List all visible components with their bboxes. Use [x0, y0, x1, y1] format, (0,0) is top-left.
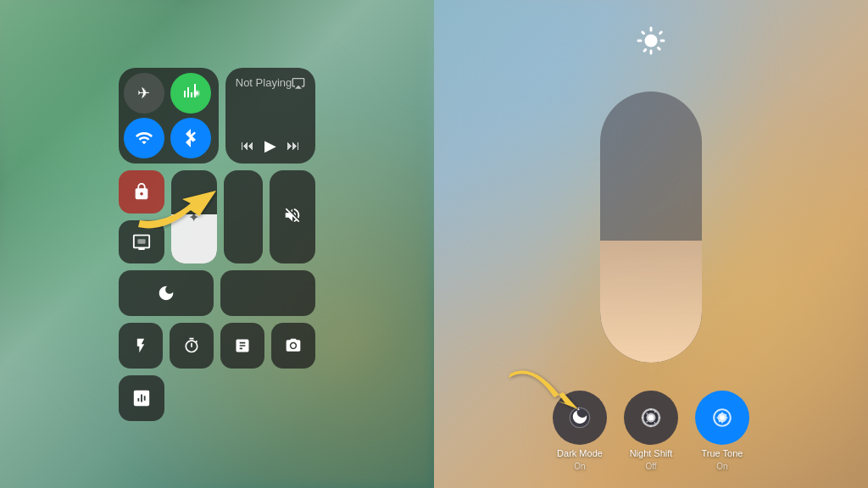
brightness-pill-fill: [600, 241, 702, 363]
media-status: Not Playing: [236, 76, 292, 89]
timer-button[interactable]: [170, 323, 214, 369]
camera-button[interactable]: [271, 323, 315, 369]
play-button[interactable]: ▶: [264, 136, 276, 155]
nfc-button[interactable]: [119, 375, 164, 421]
true-tone-label: True Tone: [702, 448, 743, 458]
left-panel: ✈: [0, 0, 434, 488]
yellow-arrow-right: [502, 357, 587, 412]
second-row: [119, 270, 315, 316]
control-center: ✈: [119, 68, 315, 421]
night-shift-sublabel: Off: [645, 462, 656, 471]
airplane-mode-button[interactable]: ✈: [124, 73, 164, 114]
night-shift-container: Night Shift Off: [624, 391, 678, 471]
dark-mode-label: Dark Mode: [557, 448, 603, 458]
next-button[interactable]: ⏭: [287, 138, 300, 153]
airplay-icon[interactable]: [292, 76, 305, 92]
brightness-pill-slider[interactable]: [600, 92, 702, 363]
mute-button[interactable]: [270, 170, 315, 263]
svg-point-2: [196, 92, 198, 94]
night-shift-label: Night Shift: [630, 448, 673, 458]
previous-button[interactable]: ⏮: [241, 138, 254, 153]
true-tone-circle-button[interactable]: [695, 391, 749, 445]
brightness-text-button[interactable]: [220, 270, 315, 316]
connectivity-block: ✈: [119, 68, 219, 164]
true-tone-container: True Tone On: [695, 391, 749, 471]
top-row: ✈: [119, 68, 315, 164]
true-tone-sublabel: On: [716, 462, 727, 471]
svg-point-6: [648, 415, 654, 421]
extra-row: [119, 375, 315, 421]
wifi-button[interactable]: [124, 118, 164, 158]
right-panel: Dark Mode On Night Shift Off: [434, 0, 868, 488]
bluetooth-button[interactable]: [170, 118, 211, 158]
media-player: Not Playing ⏮ ▶ ⏭: [225, 68, 315, 164]
night-shift-circle-button[interactable]: [624, 391, 678, 445]
flashlight-button[interactable]: [119, 323, 163, 369]
svg-rect-3: [137, 239, 145, 244]
media-controls: ⏮ ▶ ⏭: [236, 136, 305, 155]
volume-slider[interactable]: [224, 170, 263, 263]
media-top: Not Playing: [236, 76, 305, 92]
tools-row: [119, 323, 315, 369]
cellular-button[interactable]: [170, 73, 211, 114]
dark-mode-sublabel: On: [574, 462, 585, 471]
sun-icon: [636, 25, 666, 63]
brightness-pill-track: [600, 92, 702, 363]
dark-mode-button[interactable]: [119, 270, 214, 316]
calculator-button[interactable]: [220, 323, 264, 369]
yellow-arrow-left: [131, 169, 225, 229]
